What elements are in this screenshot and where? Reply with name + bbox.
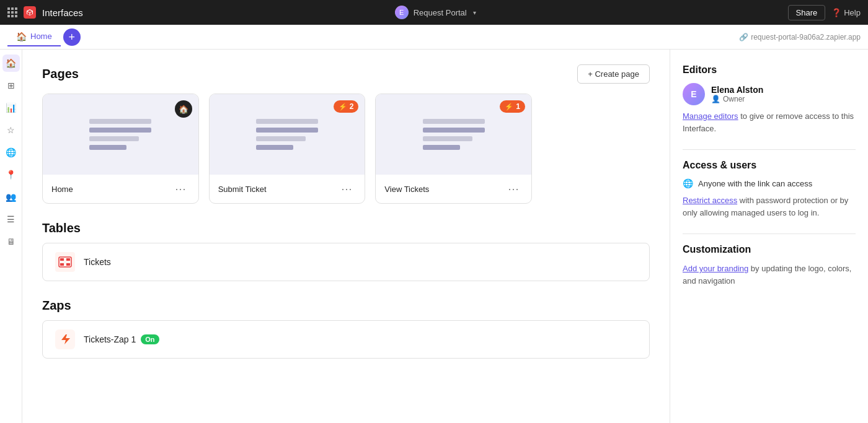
page-preview-home: 🏠 [43, 94, 198, 175]
zapier-logo [24, 6, 36, 19]
create-page-button[interactable]: + Create page [577, 64, 650, 84]
preview-line [256, 128, 318, 133]
app-title: Interfaces [42, 7, 83, 18]
sidebar-icon-grid[interactable]: ⊞ [2, 77, 20, 94]
sidebar-icon-users[interactable]: 👥 [2, 188, 20, 206]
zaps-title: Zaps [42, 299, 650, 313]
url-display: 🔗 request-portal-9a06a2.zapier.app [739, 33, 861, 41]
zaps-section: Zaps Tickets-Zap 1 On [42, 299, 650, 359]
editor-role: 👤 Owner [711, 95, 763, 103]
tab-home[interactable]: 🏠 Home [7, 28, 61, 46]
home-badge: 🏠 [175, 100, 192, 118]
right-panel: Editors E Elena Alston 👤 Owner Manage ed… [670, 50, 868, 423]
zap-icon [55, 329, 75, 349]
share-button[interactable]: Share [788, 5, 826, 20]
page-footer-view: View Tickets ⋯ [376, 175, 531, 203]
divider-1 [683, 149, 856, 150]
main-layout: 🏠 ⊞ 📊 ☆ 🌐 📍 👥 ☰ 🖥 Pages + Create page [0, 50, 868, 423]
home-icon-badge: 🏠 [175, 100, 192, 118]
page-name-home: Home [51, 185, 73, 194]
preview-line [423, 136, 472, 141]
sidebar-icon-star[interactable]: ☆ [2, 121, 20, 139]
chevron-down-icon: ▾ [473, 9, 476, 16]
sidebar-icon-chart[interactable]: 📊 [2, 99, 20, 116]
tabbar: 🏠 Home + 🔗 request-portal-9a06a2.zapier.… [0, 25, 868, 50]
preview-line [89, 128, 151, 133]
sidebar-icons: 🏠 ⊞ 📊 ☆ 🌐 📍 👥 ☰ 🖥 [0, 50, 22, 423]
person-icon: 👤 [711, 95, 720, 103]
preview-lines [423, 119, 485, 150]
restrict-access-link[interactable]: Restrict access [683, 196, 737, 205]
help-button[interactable]: ❓ Help [831, 8, 861, 17]
tickets-table-icon [55, 252, 75, 272]
preview-lines [89, 119, 151, 150]
manage-editors-link[interactable]: Manage editors [683, 111, 738, 121]
add-branding-link[interactable]: Add your branding [683, 264, 748, 273]
submit-badge: ⚡ 2 [334, 100, 359, 113]
view-badge: ⚡ 1 [500, 100, 525, 113]
topbar-left: Interfaces [7, 6, 83, 19]
page-name-submit: Submit Ticket [218, 185, 267, 194]
portal-name: Request Portal [414, 8, 467, 17]
main-content: Pages + Create page 🏠 H [22, 50, 670, 423]
svg-rect-0 [55, 252, 75, 272]
manage-editors-text: Manage editors to give or remove access … [683, 110, 856, 134]
zap-name: Tickets-Zap 1 [84, 334, 136, 344]
tables-title: Tables [42, 221, 650, 235]
sidebar-icon-home[interactable]: 🏠 [2, 55, 20, 72]
grid-icon[interactable] [7, 7, 17, 17]
topbar: Interfaces E Request Portal ▾ Share ❓ He… [0, 0, 868, 25]
table-name-tickets: Tickets [84, 257, 111, 267]
zap-row-tickets[interactable]: Tickets-Zap 1 On [42, 320, 650, 359]
page-card-submit[interactable]: ⚡ 2 Submit Ticket ⋯ [209, 94, 366, 204]
pages-title: Pages [42, 67, 79, 81]
topbar-right: Share ❓ Help [788, 5, 861, 20]
link-icon: 🔗 [739, 33, 748, 41]
table-row-tickets[interactable]: Tickets [42, 243, 650, 281]
page-menu-submit[interactable]: ⋯ [337, 181, 356, 197]
customization-section: Customization Add your branding by updat… [683, 244, 856, 287]
globe-icon: 🌐 [683, 178, 693, 188]
page-menu-home[interactable]: ⋯ [171, 181, 190, 197]
preview-line [256, 136, 306, 141]
preview-line [423, 145, 460, 150]
page-card-view[interactable]: ⚡ 1 View Tickets ⋯ [375, 94, 532, 204]
customization-text: Add your branding by updating the logo, … [683, 263, 856, 287]
access-description: Anyone with the link can access [698, 179, 812, 188]
preview-line [256, 145, 293, 150]
preview-line [89, 145, 126, 150]
editor-avatar-img: E [683, 83, 705, 105]
sidebar-icon-list[interactable]: ☰ [2, 211, 20, 228]
lightning-icon: ⚡ [339, 103, 347, 111]
editors-section: Editors E Elena Alston 👤 Owner Manage ed… [683, 64, 856, 134]
restrict-access-text: Restrict access with password protection… [683, 194, 856, 219]
pages-grid: 🏠 Home ⋯ [42, 94, 532, 204]
tabs: 🏠 Home + [7, 28, 81, 46]
add-tab-button[interactable]: + [63, 28, 81, 46]
page-preview-view: ⚡ 1 [376, 94, 531, 175]
tables-section: Tables Tickets [42, 221, 650, 281]
page-footer-submit: Submit Ticket ⋯ [210, 175, 365, 203]
sidebar-icon-globe[interactable]: 🌐 [2, 144, 20, 161]
portal-avatar: E [395, 6, 409, 19]
editor-avatar: E [683, 83, 705, 105]
editor-row: E Elena Alston 👤 Owner [683, 83, 856, 105]
preview-line [423, 128, 485, 133]
preview-line [423, 119, 485, 124]
sidebar-icon-browser[interactable]: 🖥 [2, 233, 20, 250]
page-menu-view[interactable]: ⋯ [504, 181, 523, 197]
home-tab-icon: 🏠 [16, 32, 27, 41]
access-section: Access & users 🌐 Anyone with the link ca… [683, 160, 856, 219]
zap-label-row: Tickets-Zap 1 On [84, 334, 159, 344]
preview-line [256, 119, 318, 124]
editor-info: Elena Alston 👤 Owner [711, 85, 763, 103]
access-row: 🌐 Anyone with the link can access [683, 178, 856, 188]
sidebar-icon-location[interactable]: 📍 [2, 166, 20, 183]
view-count-badge: ⚡ 1 [500, 100, 525, 113]
portal-selector[interactable]: E Request Portal ▾ [395, 6, 476, 19]
submit-count-badge: ⚡ 2 [334, 100, 359, 113]
preview-lines [256, 119, 318, 150]
page-preview-submit: ⚡ 2 [210, 94, 365, 175]
lightning-icon: ⚡ [505, 103, 513, 111]
page-card-home[interactable]: 🏠 Home ⋯ [42, 94, 199, 204]
